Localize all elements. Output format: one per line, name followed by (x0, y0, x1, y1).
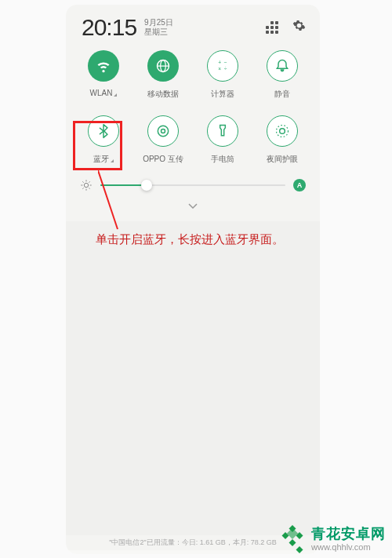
watermark: 青花安卓网 www.qhhlv.com (278, 525, 386, 553)
brightness-row: A (66, 168, 320, 198)
svg-text:×: × (218, 66, 221, 71)
phone-frame: 20:15 9月25日 星期三 WLAN移动数据+−×÷计算器静音蓝牙OPPO … (66, 5, 320, 554)
tiles-grid: WLAN移动数据+−×÷计算器静音蓝牙OPPO 互传手电筒夜间护眼 (66, 47, 320, 168)
svg-line-18 (89, 181, 89, 182)
svg-text:+: + (218, 60, 221, 65)
bell-icon (267, 50, 298, 82)
tile-label: WLAN (90, 89, 118, 97)
svg-line-19 (82, 188, 83, 188)
watermark-logo-icon (278, 525, 307, 553)
gear-icon (292, 19, 306, 32)
calc-icon: +−×÷ (207, 50, 238, 82)
svg-point-8 (158, 126, 168, 136)
svg-point-11 (84, 183, 88, 187)
weekday-text: 星期三 (144, 27, 173, 38)
tile-night-mode[interactable]: 夜间护眼 (252, 112, 312, 168)
content-area (66, 221, 320, 535)
brightness-slider[interactable] (100, 184, 285, 186)
auto-brightness-toggle[interactable]: A (293, 179, 306, 191)
watermark-url: www.qhhlv.com (311, 542, 386, 552)
tile-label: 蓝牙 (93, 154, 114, 165)
svg-text:−: − (224, 60, 227, 65)
eye-icon (267, 115, 298, 147)
wifi-icon (88, 50, 119, 82)
globe-icon (147, 50, 179, 82)
date-text: 9月25日 (144, 18, 173, 28)
tile-label: 静音 (274, 89, 290, 100)
svg-line-16 (82, 181, 83, 182)
bluetooth-icon (88, 115, 119, 147)
quick-settings-panel: 20:15 9月25日 星期三 WLAN移动数据+−×÷计算器静音蓝牙OPPO … (66, 5, 320, 221)
watermark-title: 青花安卓网 (311, 527, 386, 542)
tile-calculator[interactable]: +−×÷计算器 (193, 47, 252, 103)
svg-point-7 (162, 129, 165, 133)
tile-label: 计算器 (211, 89, 234, 100)
clock-time: 20:15 (82, 14, 136, 41)
svg-text:÷: ÷ (224, 66, 227, 71)
tile-mobile-data[interactable]: 移动数据 (133, 47, 193, 103)
tile-bluetooth[interactable]: 蓝牙 (74, 112, 133, 168)
edit-tiles-button[interactable] (266, 21, 278, 34)
svg-point-9 (280, 129, 285, 134)
tile-wlan[interactable]: WLAN (74, 47, 133, 103)
annotation-text: 单击开启蓝牙，长按进入蓝牙界面。 (96, 232, 284, 247)
tile-oppo-share[interactable]: OPPO 互传 (133, 112, 193, 168)
share-icon (147, 115, 179, 147)
grid-icon (266, 21, 278, 34)
date-block: 9月25日 星期三 (144, 18, 173, 38)
panel-header: 20:15 9月25日 星期三 (66, 5, 320, 47)
svg-line-17 (89, 188, 89, 188)
tile-label: 夜间护眼 (267, 154, 298, 165)
tile-label: 手电筒 (211, 154, 234, 165)
tile-label: 移动数据 (147, 89, 179, 100)
expand-panel-button[interactable] (66, 198, 320, 215)
tile-label: OPPO 互传 (143, 154, 183, 165)
flashlight-icon (207, 115, 238, 147)
svg-point-10 (277, 126, 289, 137)
tile-flashlight[interactable]: 手电筒 (193, 112, 252, 168)
settings-button[interactable] (292, 19, 306, 36)
tile-silent[interactable]: 静音 (252, 47, 312, 103)
chevron-down-icon (188, 203, 198, 210)
brightness-icon (80, 179, 93, 191)
